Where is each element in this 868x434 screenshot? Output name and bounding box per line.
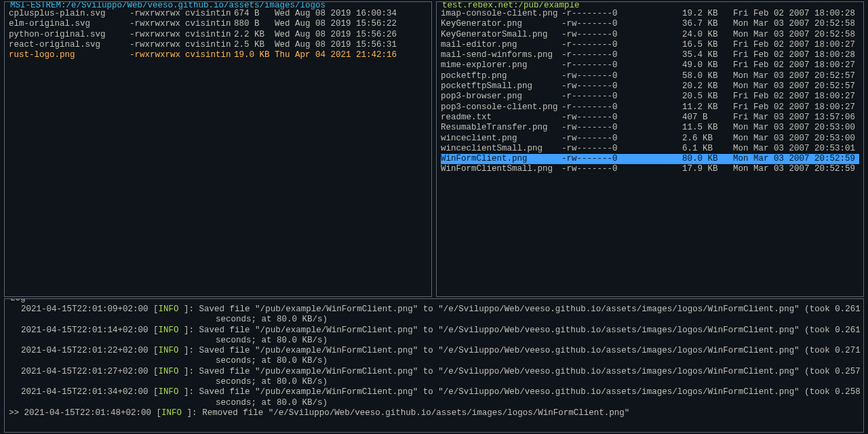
- log-line: >> 2021-04-15T22:01:48+02:00 [INFO ]: Re…: [9, 408, 859, 418]
- file-row[interactable]: winceclientSmall.png-rw-------06.1 KB Mo…: [441, 144, 859, 154]
- file-row[interactable]: readme.txt-rw-------0407 B Fri Mar 03 20…: [441, 113, 859, 123]
- file-row[interactable]: react-original.svg-rwxrwxrwxcvisintin2.5…: [9, 40, 427, 50]
- file-owner: 0: [612, 40, 631, 50]
- file-row[interactable]: mail-send-winforms.png-r--------035.4 KB…: [441, 50, 859, 60]
- remote-panel-title: test.rebex.net:/pub/example: [441, 1, 581, 9]
- file-owner: 0: [612, 134, 631, 144]
- file-row[interactable]: KeyGenerator.png-rw-------036.7 KB Mon M…: [441, 19, 859, 29]
- log-continuation: seconds; at 80.0 KB/s): [9, 398, 859, 408]
- file-size: 36.7 KB: [682, 19, 733, 29]
- file-size: 20.5 KB: [682, 92, 733, 102]
- log-continuation: seconds; at 80.0 KB/s): [9, 377, 859, 387]
- file-size: 17.9 KB: [682, 164, 733, 174]
- file-perms: -rwxrwxrwx: [130, 30, 185, 40]
- file-date: Mon Mar 03 2007 20:52:57: [733, 71, 855, 81]
- log-body: 2021-04-15T22:01:09+02:00 [INFO ]: Saved…: [9, 304, 859, 418]
- log-message: Saved file "/pub/example/WinFormClient.p…: [199, 304, 861, 314]
- file-perms: -r--------: [561, 50, 612, 60]
- file-date: Wed Aug 08 2019 15:56:26: [275, 30, 397, 40]
- file-perms: -r--------: [561, 60, 612, 71]
- file-size: 58.0 KB: [682, 71, 733, 81]
- file-date: Fri Feb 02 2007 18:00:28: [733, 9, 855, 19]
- file-spacer: [631, 134, 682, 144]
- file-size: 24.0 KB: [682, 30, 733, 40]
- file-date: Mon Mar 03 2007 20:52:59: [733, 164, 855, 174]
- file-row[interactable]: KeyGeneratorSmall.png-rw-------024.0 KB …: [441, 30, 859, 40]
- remote-panel[interactable]: test.rebex.net:/pub/example imap-console…: [436, 1, 864, 297]
- file-row[interactable]: winceclient.png-rw-------02.6 KB Mon Mar…: [441, 134, 859, 144]
- log-level: INFO: [159, 304, 179, 314]
- file-perms: -rw-------: [561, 71, 612, 81]
- file-name: elm-original.svg: [9, 19, 130, 29]
- file-spacer: [631, 50, 682, 60]
- file-name: WinFormClient.png: [441, 154, 561, 164]
- log-line: 2021-04-15T22:01:09+02:00 [INFO ]: Saved…: [9, 304, 859, 315]
- file-spacer: [631, 30, 682, 40]
- file-row[interactable]: rust-logo.png-rwxrwxrwxcvisintin19.0 KB …: [9, 50, 427, 60]
- log-message: Saved file "/pub/example/WinFormClient.p…: [199, 387, 861, 397]
- file-date: Wed Aug 08 2019 15:56:22: [275, 19, 397, 29]
- file-row[interactable]: imap-console-client.png-r--------019.2 K…: [441, 9, 859, 19]
- file-perms: -rw-------: [561, 164, 612, 174]
- file-row[interactable]: pocketftp.png-rw-------058.0 KB Mon Mar …: [441, 71, 859, 81]
- file-perms: -rw-------: [561, 113, 612, 123]
- file-date: Mon Mar 03 2007 20:53:00: [733, 134, 855, 144]
- file-date: Thu Apr 04 2021 21:42:16: [275, 50, 397, 60]
- file-row[interactable]: pop3-console-client.png-r--------011.2 K…: [441, 102, 859, 113]
- file-owner: 0: [612, 9, 631, 19]
- file-perms: -r--------: [561, 9, 612, 19]
- file-owner: cvisintin: [185, 50, 234, 60]
- file-row[interactable]: cplusplus-plain.svg-rwxrwxrwxcvisintin67…: [9, 9, 427, 19]
- file-name: react-original.svg: [9, 40, 130, 50]
- log-timestamp: 2021-04-15T22:01:14+02:00: [21, 326, 149, 335]
- log-continuation: seconds; at 80.0 KB/s): [9, 315, 859, 325]
- file-name: winceclient.png: [441, 134, 561, 144]
- file-name: pop3-console-client.png: [441, 102, 561, 113]
- remote-file-list[interactable]: imap-console-client.png-r--------019.2 K…: [437, 3, 863, 179]
- file-row[interactable]: WinFormClient.png-rw-------080.0 KB Mon …: [441, 154, 859, 164]
- file-size: 880 B: [234, 19, 275, 29]
- file-date: Mon Mar 03 2007 20:52:58: [733, 19, 855, 29]
- file-size: 19.0 KB: [234, 50, 275, 60]
- file-owner: 0: [612, 113, 631, 123]
- local-file-list[interactable]: cplusplus-plain.svg-rwxrwxrwxcvisintin67…: [5, 3, 431, 64]
- file-perms: -rw-------: [561, 123, 612, 133]
- local-panel[interactable]: MSI-ESTREM:/e/Sviluppo/Web/veeso.github.…: [4, 1, 432, 297]
- file-perms: -rwxrwxrwx: [130, 40, 185, 50]
- log-continuation: seconds; at 80.0 KB/s): [9, 356, 859, 366]
- file-spacer: [631, 113, 682, 123]
- file-name: pocketftpSmall.png: [441, 81, 561, 92]
- local-panel-title: MSI-ESTREM:/e/Sviluppo/Web/veeso.github.…: [9, 1, 327, 9]
- file-perms: -r--------: [561, 102, 612, 113]
- file-row[interactable]: pocketftpSmall.png-rw-------020.2 KB Mon…: [441, 81, 859, 92]
- file-name: imap-console-client.png: [441, 9, 561, 19]
- file-owner: 0: [612, 60, 631, 71]
- file-name: python-original.svg: [9, 30, 130, 40]
- file-row[interactable]: ResumableTransfer.png-rw-------011.5 KB …: [441, 123, 859, 133]
- log-message: Saved file "/pub/example/WinFormClient.p…: [199, 346, 861, 355]
- log-message: Saved file "/pub/example/WinFormClient.p…: [199, 326, 861, 335]
- file-row[interactable]: python-original.svg-rwxrwxrwxcvisintin2.…: [9, 30, 427, 40]
- file-size: 6.1 KB: [682, 144, 733, 154]
- file-owner: 0: [612, 81, 631, 92]
- log-panel-title: Log: [9, 298, 27, 303]
- file-spacer: [631, 60, 682, 71]
- file-row[interactable]: WinFormClientSmall.png-rw-------017.9 KB…: [441, 164, 859, 174]
- file-name: KeyGenerator.png: [441, 19, 561, 29]
- file-name: mail-editor.png: [441, 40, 561, 50]
- file-row[interactable]: mime-explorer.png-r--------049.0 KB Fri …: [441, 60, 859, 71]
- file-row[interactable]: pop3-browser.png-r--------020.5 KB Fri F…: [441, 92, 859, 102]
- log-panel[interactable]: Log 2021-04-15T22:01:09+02:00 [INFO ]: S…: [4, 298, 864, 433]
- log-level: INFO: [159, 387, 179, 397]
- file-perms: -rw-------: [561, 19, 612, 29]
- file-date: Fri Feb 02 2007 18:00:27: [733, 102, 855, 113]
- file-size: 407 B: [682, 113, 733, 123]
- file-spacer: [631, 71, 682, 81]
- file-row[interactable]: mail-editor.png-r--------016.5 KB Fri Fe…: [441, 40, 859, 50]
- file-name: WinFormClientSmall.png: [441, 164, 561, 174]
- file-size: 2.5 KB: [234, 40, 275, 50]
- file-spacer: [631, 81, 682, 92]
- log-level: INFO: [159, 326, 179, 335]
- file-row[interactable]: elm-original.svg-rwxrwxrwxcvisintin880 B…: [9, 19, 427, 29]
- file-spacer: [631, 19, 682, 29]
